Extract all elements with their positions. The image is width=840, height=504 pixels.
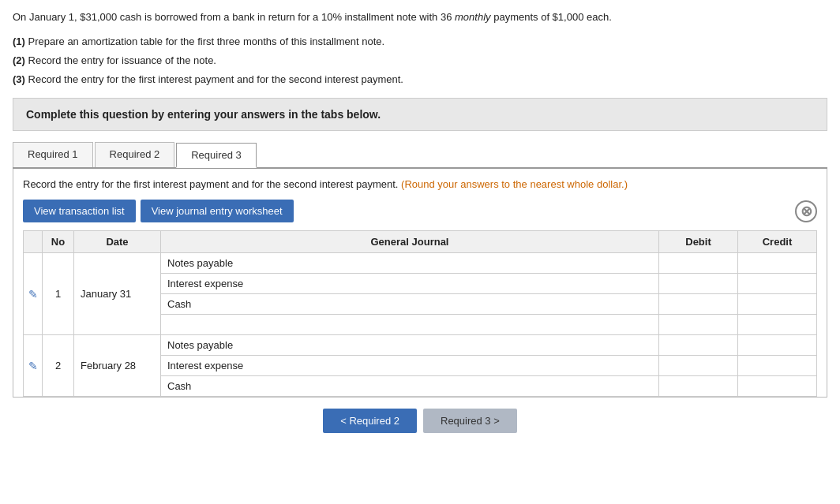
credit-value[interactable] [738, 335, 817, 356]
journal-entry[interactable]: Cash [161, 294, 659, 315]
intro-italic: monthly [455, 11, 491, 23]
credit-value[interactable] [738, 356, 817, 376]
instruction-3: (3) Record the entry for the first inter… [13, 71, 827, 88]
col-journal-header: General Journal [161, 231, 659, 253]
complete-box: Complete this question by entering your … [13, 98, 827, 131]
col-credit-header: Credit [738, 231, 817, 253]
col-date-header: Date [74, 231, 161, 253]
prev-required-button[interactable]: < Required 2 [323, 409, 417, 433]
credit-value[interactable] [738, 376, 817, 397]
edit-icon[interactable]: ✎ [28, 360, 38, 372]
intro-paragraph: On January 1, $31,000 cash is borrowed f… [13, 9, 827, 25]
edit-icon[interactable]: ✎ [28, 288, 38, 301]
row-date: January 31 [74, 253, 161, 335]
row-number: 1 [43, 253, 74, 335]
instruction-2: (2) Record the entry for issuance of the… [13, 52, 827, 69]
debit-value[interactable] [659, 335, 738, 356]
blank-credit [738, 315, 817, 335]
view-journal-button[interactable]: View journal entry worksheet [141, 200, 294, 222]
instruction-1: (1) Prepare an amortization table for th… [13, 33, 827, 50]
instructions-block: (1) Prepare an amortization table for th… [13, 33, 827, 88]
intro-text-end: payments of $1,000 each. [491, 11, 612, 23]
edit-icon-cell[interactable]: ✎ [24, 335, 43, 397]
journal-entry[interactable]: Cash [161, 376, 659, 397]
debit-value[interactable] [659, 294, 738, 315]
blank-journal [161, 315, 659, 335]
tab-content: Record the entry for the first interest … [13, 169, 827, 398]
col-no-header: No [43, 231, 74, 253]
next-required-button[interactable]: Required 3 > [423, 409, 517, 433]
credit-value[interactable] [738, 294, 817, 315]
debit-value[interactable] [659, 376, 738, 397]
row-date: February 28 [74, 335, 161, 397]
intro-text-start: On January 1, $31,000 cash is borrowed f… [13, 11, 455, 23]
journal-entry[interactable]: Notes payable [161, 335, 659, 356]
tabs-row: Required 1 Required 2 Required 3 [13, 142, 827, 169]
credit-value[interactable] [738, 274, 817, 294]
blank-debit [659, 315, 738, 335]
record-instruction: Record the entry for the first interest … [23, 177, 817, 192]
tab-required2[interactable]: Required 2 [95, 142, 175, 167]
close-button[interactable]: ⊗ [795, 200, 817, 222]
tab-required3[interactable]: Required 3 [176, 143, 257, 168]
journal-entry[interactable]: Notes payable [161, 253, 659, 274]
journal-table: No Date General Journal Debit Credit ✎1J… [23, 230, 817, 397]
credit-value[interactable] [738, 253, 817, 274]
table-row: ✎2February 28Notes payable [24, 335, 817, 356]
col-debit-header: Debit [659, 231, 738, 253]
tab-required1[interactable]: Required 1 [13, 142, 93, 167]
debit-value[interactable] [659, 274, 738, 294]
journal-entry[interactable]: Interest expense [161, 356, 659, 376]
action-buttons-row: View transaction list View journal entry… [23, 200, 817, 222]
debit-value[interactable] [659, 356, 738, 376]
view-transaction-button[interactable]: View transaction list [23, 200, 136, 222]
table-row: ✎1January 31Notes payable [24, 253, 817, 274]
journal-entry[interactable]: Interest expense [161, 274, 659, 294]
col-edit-header [24, 231, 43, 253]
row-number: 2 [43, 335, 74, 397]
bottom-nav: < Required 2 Required 3 > [13, 398, 827, 439]
debit-value[interactable] [659, 253, 738, 274]
edit-icon-cell[interactable]: ✎ [24, 253, 43, 335]
